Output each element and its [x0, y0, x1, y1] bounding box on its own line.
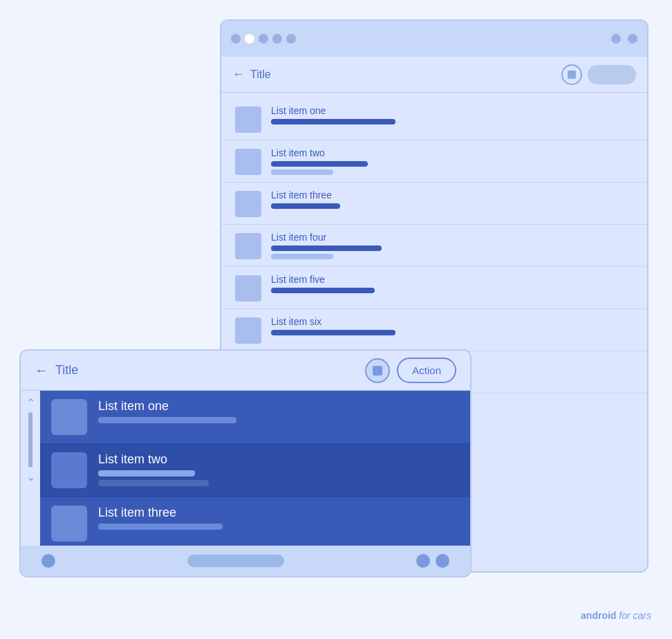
- list-thumb: [235, 191, 261, 217]
- list-item-label: List item four: [271, 232, 382, 243]
- list-content: List item one: [271, 105, 395, 124]
- list-item-label: List item one: [271, 105, 395, 116]
- list-bar-secondary: [271, 169, 333, 175]
- watermark: android for cars: [581, 610, 651, 621]
- dot-2: [245, 34, 254, 44]
- back-arrow-icon[interactable]: ←: [232, 67, 245, 82]
- front-list-item-label: List item two: [98, 452, 209, 467]
- front-window: ← Title Action ⌃ ⌄ List item one: [19, 349, 472, 577]
- list-item[interactable]: List item two: [221, 140, 647, 183]
- list-thumb: [235, 233, 261, 259]
- front-list-item[interactable]: List item one: [40, 391, 470, 444]
- front-back-arrow-icon[interactable]: ←: [35, 362, 48, 378]
- dot-r2: [628, 34, 637, 44]
- front-scroll-area: ⌃ ⌄ List item one List item two: [21, 391, 470, 546]
- nav-dot-2[interactable]: [436, 554, 449, 568]
- front-list-item[interactable]: List item two: [40, 444, 470, 497]
- list-bar-primary: [271, 288, 375, 293]
- list-bar-primary: [271, 246, 382, 251]
- list-item[interactable]: List item three: [221, 183, 647, 225]
- front-window-list: List item one List item two List item th…: [40, 391, 470, 546]
- list-item[interactable]: List item six: [221, 309, 647, 351]
- list-content: List item three: [271, 189, 340, 209]
- title-bar: [221, 21, 647, 57]
- scroll-bar: ⌃ ⌄: [21, 391, 40, 546]
- front-window-app-bar: ← Title Action: [21, 351, 470, 391]
- list-thumb: [235, 317, 261, 344]
- back-window-app-bar: ← Title: [221, 57, 647, 93]
- dot-r1: [611, 34, 621, 44]
- list-content: List item two: [271, 147, 368, 175]
- nav-pill[interactable]: [187, 555, 284, 567]
- dot-5: [286, 34, 296, 44]
- front-list-thumb: [51, 452, 87, 488]
- back-window-title: Title: [250, 68, 556, 81]
- chevron-up-icon[interactable]: ⌃: [26, 396, 35, 409]
- window-dots: [231, 34, 296, 44]
- list-thumb: [235, 106, 261, 133]
- front-window-title: Title: [55, 363, 358, 378]
- front-list-bar-secondary: [98, 480, 209, 486]
- list-item-label: List item three: [271, 189, 340, 201]
- watermark-rest: for cars: [616, 610, 651, 621]
- front-list-content: List item three: [98, 506, 223, 530]
- dot-3: [259, 34, 268, 44]
- list-thumb: [235, 149, 261, 175]
- list-bar-primary: [271, 161, 368, 167]
- front-list-bar-primary: [98, 417, 236, 423]
- list-item-label: List item six: [271, 316, 395, 327]
- pill-button[interactable]: [588, 65, 636, 84]
- stop-icon: [373, 366, 382, 376]
- front-list-content: List item one: [98, 399, 236, 423]
- list-item[interactable]: List item one: [221, 98, 647, 140]
- front-window-bottom-nav: [21, 546, 470, 576]
- dot-1: [231, 34, 241, 44]
- nav-dot-1[interactable]: [416, 554, 430, 568]
- list-bar-primary: [271, 203, 340, 209]
- nav-dots-right: [416, 554, 449, 568]
- front-list-thumb: [51, 399, 87, 435]
- scroll-thumb[interactable]: [28, 412, 32, 467]
- chevron-down-icon[interactable]: ⌄: [26, 470, 35, 483]
- watermark-android: android: [581, 610, 616, 621]
- action-button[interactable]: Action: [397, 358, 456, 383]
- list-content: List item five: [271, 274, 375, 293]
- front-list-thumb: [51, 506, 87, 541]
- front-list-content: List item two: [98, 452, 209, 486]
- list-bar-primary: [271, 119, 395, 124]
- icon-button-stop[interactable]: [561, 64, 582, 85]
- front-list-item-label: List item three: [98, 506, 223, 520]
- list-item-label: List item five: [271, 274, 375, 285]
- front-list-item-label: List item one: [98, 399, 236, 414]
- list-bar-primary: [271, 330, 395, 335]
- list-item[interactable]: List item four: [221, 225, 647, 267]
- list-thumb: [235, 275, 261, 302]
- dot-4: [272, 34, 282, 44]
- list-bar-secondary: [271, 254, 333, 259]
- list-item[interactable]: List item five: [221, 267, 647, 309]
- front-list-bar-primary: [98, 524, 223, 530]
- front-icon-button-stop[interactable]: [365, 358, 390, 383]
- front-list-item[interactable]: List item three: [40, 497, 470, 546]
- front-list-bar-primary: [98, 470, 195, 476]
- nav-dot-home[interactable]: [41, 554, 55, 568]
- list-item-label: List item two: [271, 147, 368, 158]
- list-content: List item six: [271, 316, 395, 335]
- list-content: List item four: [271, 232, 382, 259]
